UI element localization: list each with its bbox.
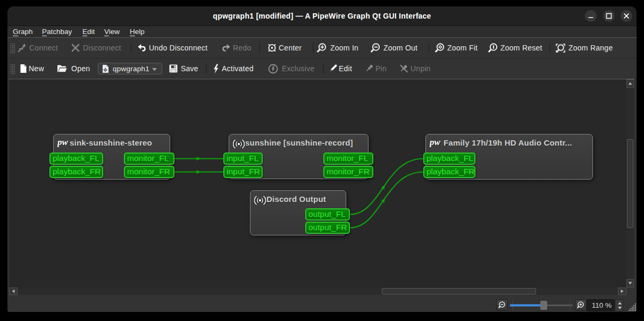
svg-text:pw: pw (57, 137, 69, 147)
svg-text:pw: pw (430, 137, 441, 147)
